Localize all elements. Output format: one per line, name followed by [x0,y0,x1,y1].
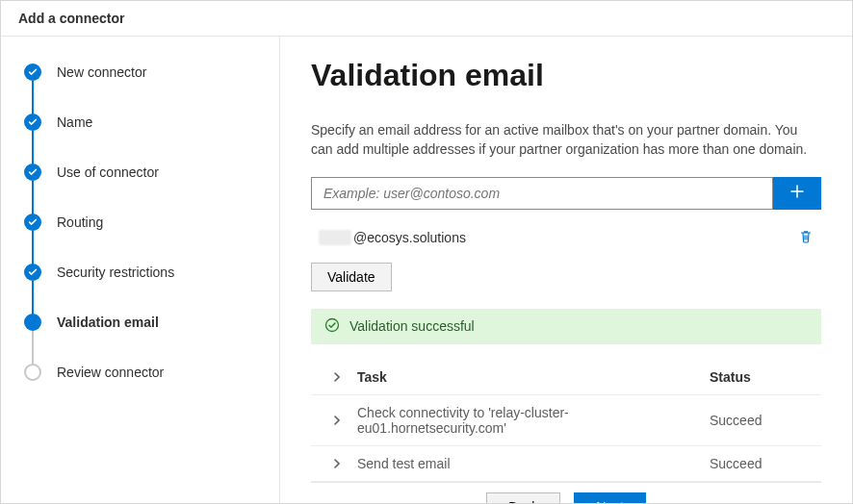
trash-icon [798,233,814,247]
checkmark-icon [24,214,41,231]
plus-icon [789,182,805,204]
expand-row-toggle[interactable] [317,415,357,426]
page-title: Validation email [311,58,821,93]
expand-all-toggle[interactable] [317,371,357,383]
email-input[interactable] [311,177,773,210]
wizard-body: New connector Name Use of connector [1,37,852,503]
step-sidebar: New connector Name Use of connector [1,37,280,503]
step-label: Validation email [57,315,159,330]
pending-step-icon [24,364,41,381]
delete-email-button[interactable] [794,225,817,251]
step-label: New connector [57,64,146,80]
checkmark-icon [24,264,41,281]
expand-row-toggle[interactable] [317,458,357,469]
step-label: Routing [57,214,103,230]
step-label: Use of connector [57,164,159,180]
step-use-of-connector[interactable]: Use of connector [24,164,260,214]
email-list-item: @ecosys.solutions [311,221,821,263]
page-description: Specify an email address for an active m… [311,120,821,160]
add-email-button[interactable] [773,177,821,210]
email-input-row [311,177,821,210]
validate-button[interactable]: Validate [311,263,392,291]
table-row: Send test email Succeed [311,446,821,482]
current-step-icon [24,314,41,331]
task-cell: Send test email [357,456,710,471]
status-cell: Succeed [710,413,815,428]
task-cell: Check connectivity to 'relay-cluster-eu0… [357,405,710,436]
redacted-text [319,230,351,245]
wizard-footer: Back Next [311,482,821,503]
success-check-icon [324,317,340,336]
next-button[interactable]: Next [574,492,646,503]
results-table-header: Task Status [311,360,821,395]
step-name[interactable]: Name [24,113,260,164]
step-label: Security restrictions [57,265,174,280]
email-address: @ecosys.solutions [353,230,794,245]
step-routing[interactable]: Routing [24,214,260,264]
step-validation-email[interactable]: Validation email [24,314,260,364]
step-security-restrictions[interactable]: Security restrictions [24,264,260,314]
checkmark-icon [24,113,41,131]
main-panel: Validation email Specify an email addres… [280,37,852,503]
step-label: Name [57,114,92,130]
window-title: Add a connector [18,11,124,26]
window-header: Add a connector [1,1,852,37]
step-label: Review connector [57,365,164,380]
back-button[interactable]: Back [486,492,560,503]
wizard-window: Add a connector New connector Name [0,0,853,504]
step-new-connector[interactable]: New connector [24,63,260,113]
checkmark-icon [24,63,41,81]
validation-success-banner: Validation successful [311,309,821,344]
table-row: Check connectivity to 'relay-cluster-eu0… [311,395,821,446]
status-cell: Succeed [710,456,815,471]
status-column-header: Status [710,369,815,385]
banner-text: Validation successful [349,318,475,334]
task-column-header: Task [357,369,710,385]
checkmark-icon [24,164,41,181]
step-review-connector[interactable]: Review connector [24,364,260,381]
